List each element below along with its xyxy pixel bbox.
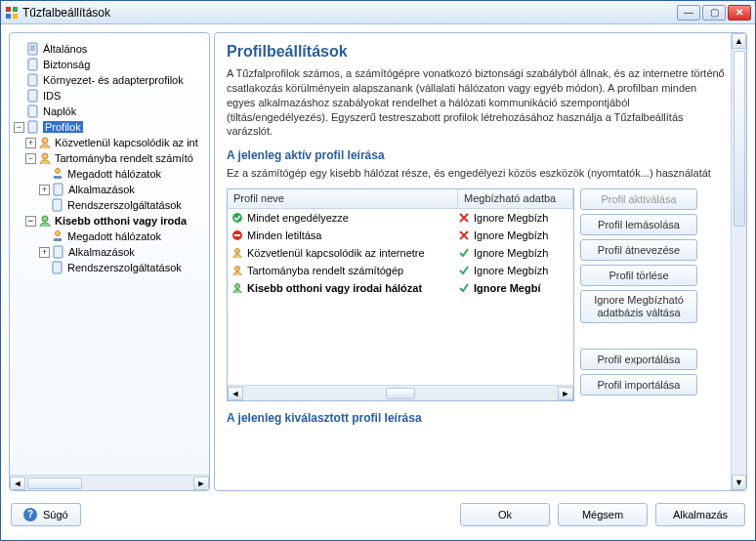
tree-item[interactable]: +Közvetlenül kapcsolódik az int [12, 135, 209, 150]
svg-rect-26 [234, 234, 240, 236]
user-icon [231, 265, 243, 276]
check-icon [458, 265, 470, 276]
help-icon: ? [23, 508, 37, 521]
svg-rect-10 [28, 90, 37, 102]
network-icon [51, 167, 64, 181]
user-green-icon [231, 282, 243, 294]
action-buttons: Profil aktiválása Profil lemásolása Prof… [580, 188, 697, 401]
svg-rect-18 [53, 199, 62, 211]
user-icon [38, 151, 52, 165]
collapse-icon[interactable]: − [25, 153, 36, 164]
collapse-icon[interactable]: − [25, 216, 36, 227]
block-icon [231, 229, 243, 241]
scroll-right-icon[interactable]: ► [558, 387, 573, 400]
page-icon [26, 58, 40, 71]
cancel-button[interactable]: Mégsem [558, 503, 648, 526]
intro-text: A Tűzfalprofilok számos, a számítógépre … [227, 66, 725, 139]
scroll-thumb[interactable] [27, 478, 82, 489]
svg-rect-2 [6, 14, 11, 19]
scroll-left-icon[interactable]: ◄ [10, 477, 25, 490]
table-hscrollbar[interactable]: ◄ ► [228, 385, 573, 400]
close-button[interactable]: ✕ [728, 5, 751, 21]
app-window: Tűzfalbeállítások — ▢ ✕ Általános Bizton… [0, 0, 756, 541]
user-icon [38, 136, 52, 149]
export-profile-button[interactable]: Profil exportálása [580, 349, 697, 370]
svg-point-15 [56, 169, 61, 174]
tree-item[interactable]: +Alkalmazások [12, 182, 209, 197]
scroll-up-icon[interactable]: ▲ [732, 33, 746, 49]
content-vscrollbar[interactable]: ▲ ▼ [731, 33, 746, 490]
active-profile-heading: A jelenleg aktív profil leírása [227, 148, 725, 162]
svg-rect-23 [53, 262, 62, 273]
tree-item[interactable]: Biztonság [12, 57, 209, 72]
tree-item[interactable]: −Kisebb otthoni vagy iroda [12, 213, 209, 229]
tree-item[interactable]: Rendszerszolgáltatások [12, 260, 209, 275]
scroll-thumb[interactable] [734, 51, 745, 227]
activate-profile-button[interactable]: Profil aktiválása [580, 188, 697, 210]
active-profile-desc: Ez a számítógép egy kisebb hálózat része… [227, 166, 725, 181]
tree-item[interactable]: Rendszerszolgáltatások [12, 197, 209, 213]
tree-item[interactable]: Naplók [12, 104, 209, 119]
ok-button[interactable]: Ok [460, 503, 550, 526]
svg-point-28 [235, 267, 240, 271]
svg-rect-12 [28, 121, 37, 133]
maximize-button[interactable]: ▢ [702, 5, 726, 21]
nav-tree[interactable]: Általános Biztonság Környezet- és adapte… [10, 39, 209, 475]
toggle-trusted-button[interactable]: Ignore Megbízható adatbázis váltása [580, 290, 697, 323]
tree-item[interactable]: Megadott hálózatok [12, 229, 209, 244]
delete-profile-button[interactable]: Profil törlése [580, 265, 697, 286]
help-button[interactable]: ? Súgó [11, 503, 81, 526]
page-icon [51, 261, 64, 274]
apply-button[interactable]: Alkalmazás [655, 503, 745, 526]
minimize-button[interactable]: — [677, 5, 700, 21]
svg-rect-11 [28, 105, 37, 117]
scroll-left-icon[interactable]: ◄ [228, 387, 243, 400]
expand-icon[interactable]: + [39, 185, 50, 195]
page-icon [26, 89, 40, 103]
svg-rect-16 [54, 176, 62, 179]
tree-item[interactable]: Környezet- és adapterprofilok [12, 72, 209, 88]
svg-rect-0 [6, 7, 11, 12]
tree-item[interactable]: Általános [12, 41, 209, 57]
scroll-thumb[interactable] [386, 388, 415, 399]
copy-profile-button[interactable]: Profil lemásolása [580, 214, 697, 235]
rename-profile-button[interactable]: Profil átnevezése [580, 239, 697, 261]
table-body[interactable]: Mindet engedélyezze Ignore Megbízh Minde… [228, 209, 573, 385]
table-row[interactable]: Minden letiltása Ignore Megbízh [228, 227, 573, 244]
svg-rect-22 [54, 246, 63, 258]
user-green-icon [38, 214, 52, 228]
col-profile-name[interactable]: Profil neve [228, 189, 458, 208]
table-row[interactable]: Mindet engedélyezze Ignore Megbízh [228, 209, 573, 227]
page-icon [26, 104, 40, 118]
tree-hscrollbar[interactable]: ◄ ► [10, 475, 209, 490]
import-profile-button[interactable]: Profil importálása [580, 374, 697, 395]
collapse-icon[interactable]: − [14, 122, 24, 133]
scroll-right-icon[interactable]: ► [193, 477, 209, 490]
tree-item[interactable]: +Alkalmazások [12, 244, 209, 260]
tree-item[interactable]: IDS [12, 88, 209, 104]
col-trusted-db[interactable]: Megbízható adatba [458, 189, 573, 208]
page-icon [26, 120, 40, 134]
svg-point-13 [42, 138, 48, 144]
scroll-down-icon[interactable]: ▼ [732, 475, 746, 490]
page-icon [26, 42, 40, 56]
expand-icon[interactable]: + [25, 138, 36, 148]
page-icon [52, 245, 65, 259]
client-area: Általános Biztonság Környezet- és adapte… [1, 24, 755, 540]
table-row[interactable]: Közvetlenül kapcsolódik az internetre Ig… [228, 244, 573, 262]
page-title: Profilbeállítások [227, 43, 725, 61]
cross-icon [458, 229, 470, 241]
tree-item[interactable]: −Tartományba rendelt számító [12, 150, 209, 166]
nav-tree-panel: Általános Biztonság Környezet- és adapte… [9, 32, 210, 491]
expand-icon[interactable]: + [39, 247, 50, 258]
profile-table: Profil neve Megbízható adatba Mindet eng… [227, 188, 574, 401]
svg-point-27 [235, 249, 240, 254]
table-row[interactable]: Kisebb otthoni vagy irodai hálózat Ignor… [228, 279, 573, 297]
check-icon [458, 282, 470, 294]
table-row[interactable]: Tartományba rendelt számítógép Ignore Me… [228, 262, 573, 279]
page-icon [52, 183, 65, 196]
svg-point-14 [42, 153, 48, 159]
tree-item-profiles[interactable]: −Profilok [12, 119, 209, 135]
tree-item[interactable]: Megadott hálózatok [12, 166, 209, 182]
titlebar[interactable]: Tűzfalbeállítások — ▢ ✕ [1, 1, 755, 24]
